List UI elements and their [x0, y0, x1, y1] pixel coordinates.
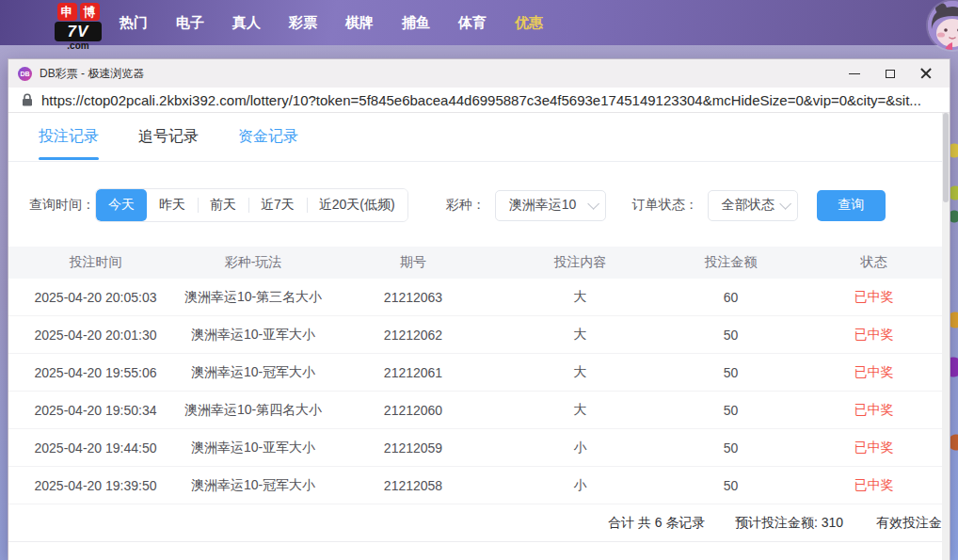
- bet-amount-cell: 50: [658, 365, 804, 380]
- table-row: 2025-04-20 19:39:50澳洲幸运10-冠军大小21212058小5…: [8, 467, 944, 504]
- bet-amount-cell: 50: [658, 328, 804, 343]
- main-nav: 热门电子真人彩票棋牌捕鱼体育优惠: [105, 0, 557, 45]
- issue-number-cell: 21212058: [324, 478, 503, 493]
- nav-item[interactable]: 体育: [444, 14, 501, 32]
- status-cell: 已中奖: [804, 364, 944, 381]
- status-cell: 已中奖: [804, 289, 944, 306]
- order-status-select[interactable]: 全部状态: [708, 190, 798, 221]
- window-title-bar[interactable]: DB DB彩票 - 极速浏览器: [8, 59, 950, 88]
- tab-chase-records[interactable]: 追号记录: [138, 113, 199, 162]
- logo-brand: 7V: [55, 22, 102, 41]
- nav-item[interactable]: 真人: [218, 14, 275, 32]
- nav-item[interactable]: 优惠: [501, 14, 557, 32]
- time-option[interactable]: 近7天: [248, 189, 307, 221]
- tab-bet-records[interactable]: 投注记录: [39, 113, 99, 162]
- issue-number-cell: 21212059: [324, 440, 503, 456]
- lottery-select[interactable]: 澳洲幸运10: [495, 190, 606, 221]
- scrollbar-thumb[interactable]: [943, 113, 949, 202]
- nav-item[interactable]: 彩票: [275, 14, 331, 32]
- bet-amount-cell: 50: [658, 440, 804, 456]
- header-status: 状态: [804, 254, 944, 271]
- bet-time-cell: 2025-04-20 19:55:06: [8, 365, 183, 380]
- logo-suffix: .com: [67, 41, 88, 50]
- time-option[interactable]: 近20天(低频): [307, 189, 407, 221]
- table-row: 2025-04-20 20:01:30澳洲幸运10-亚军大小21212062大5…: [8, 316, 944, 354]
- issue-number-cell: 21212060: [324, 403, 503, 418]
- game-play-cell: 澳洲幸运10-亚军大小: [183, 327, 324, 344]
- status-cell: 已中奖: [804, 477, 944, 494]
- table-row: 2025-04-20 19:50:34澳洲幸运10-第四名大小21212060大…: [8, 392, 944, 429]
- header-bet-amount: 投注金额: [658, 254, 804, 271]
- time-filter-group: 今天昨天前天近7天近20天(低频): [95, 188, 408, 222]
- header-bet-time: 投注时间: [8, 254, 183, 271]
- lock-icon: [22, 93, 33, 106]
- game-play-cell: 澳洲幸运10-第三名大小: [183, 289, 324, 306]
- nav-item[interactable]: 捕鱼: [388, 14, 444, 32]
- window-title: DB彩票 - 极速浏览器: [40, 66, 144, 82]
- issue-number-cell: 21212063: [324, 290, 503, 305]
- bet-time-cell: 2025-04-20 20:01:30: [8, 328, 183, 343]
- browser-favicon: DB: [18, 67, 32, 81]
- summary-expected-amount: 预计投注金额: 310: [735, 515, 843, 532]
- issue-number-cell: 21212061: [324, 365, 503, 380]
- status-filter-label: 订单状态：: [632, 197, 698, 214]
- url-bar[interactable]: https://ctop02pcali.2kbxi392.com/lottery…: [8, 88, 950, 113]
- user-avatar[interactable]: [928, 1, 958, 50]
- bet-amount-cell: 60: [658, 290, 804, 305]
- bet-time-cell: 2025-04-20 19:50:34: [8, 403, 183, 418]
- bet-content-cell: 大: [503, 289, 658, 306]
- minimize-icon: [849, 73, 860, 74]
- url-text: https://ctop02pcali.2kbxi392.com/lottery…: [41, 92, 921, 108]
- summary-record-count: 合计 共 6 条记录: [608, 515, 705, 532]
- bet-content-cell: 小: [503, 440, 658, 456]
- logo-badge-1: 申: [57, 3, 77, 21]
- issue-number-cell: 21212062: [324, 328, 503, 343]
- table-row: 2025-04-20 19:55:06澳洲幸运10-冠军大小21212061大5…: [8, 354, 944, 392]
- time-option[interactable]: 前天: [198, 189, 248, 221]
- game-play-cell: 澳洲幸运10-冠军大小: [183, 364, 324, 381]
- logo-badge-2: 博: [80, 3, 100, 21]
- avatar-illustration: [928, 1, 958, 50]
- table-header-row: 投注时间 彩种-玩法 期号 投注内容 投注金额 状态: [8, 247, 944, 279]
- scrollbar[interactable]: [942, 113, 950, 560]
- window-controls: [837, 59, 944, 88]
- bet-content-cell: 小: [503, 477, 658, 494]
- lottery-select-value: 澳洲幸运10: [509, 197, 577, 214]
- table-body: 2025-04-20 20:05:03澳洲幸运10-第三名大小21212063大…: [8, 279, 944, 504]
- table-row: 2025-04-20 19:44:50澳洲幸运10-亚军大小21212059小5…: [8, 429, 944, 467]
- status-cell: 已中奖: [804, 327, 944, 344]
- table-row: 2025-04-20 20:05:03澳洲幸运10-第三名大小21212063大…: [8, 279, 944, 316]
- desktop: { "colors": { "accent": "#3d9ef5", "dang…: [0, 0, 958, 560]
- status-select-value: 全部状态: [722, 197, 774, 214]
- nav-item[interactable]: 电子: [162, 14, 218, 32]
- site-logo[interactable]: 申 博 7V .com: [52, 3, 104, 50]
- status-cell: 已中奖: [804, 402, 944, 419]
- status-cell: 已中奖: [804, 440, 944, 456]
- nav-item[interactable]: 热门: [105, 14, 162, 32]
- site-header: 申 博 7V .com 热门电子真人彩票棋牌捕鱼体育优惠: [0, 0, 958, 45]
- bet-amount-cell: 50: [658, 403, 804, 418]
- bet-records-table: 投注时间 彩种-玩法 期号 投注内容 投注金额 状态 2025-04-20 20…: [8, 247, 944, 542]
- time-option[interactable]: 今天: [96, 189, 147, 221]
- header-bet-content: 投注内容: [503, 254, 658, 271]
- time-option[interactable]: 昨天: [147, 189, 198, 221]
- tab-fund-records[interactable]: 资金记录: [238, 113, 298, 162]
- summary-valid-amount: 有效投注金额: [876, 515, 944, 532]
- tab-bar: 投注记录 追号记录 资金记录: [8, 113, 950, 162]
- close-button[interactable]: [908, 59, 944, 88]
- filter-row: 查询时间： 今天昨天前天近7天近20天(低频) 彩种： 澳洲幸运10 订单状态：…: [8, 188, 950, 222]
- lottery-filter-label: 彩种：: [446, 197, 486, 214]
- bet-content-cell: 大: [503, 364, 658, 381]
- game-play-cell: 澳洲幸运10-第四名大小: [183, 402, 324, 419]
- maximize-button[interactable]: [872, 59, 908, 88]
- time-filter-label: 查询时间：: [29, 197, 95, 214]
- summary-row: 合计 共 6 条记录 预计投注金额: 310 有效投注金额: [8, 504, 944, 542]
- query-button[interactable]: 查询: [817, 190, 886, 221]
- header-issue-number: 期号: [324, 254, 503, 271]
- chevron-down-icon: [587, 198, 599, 210]
- bet-time-cell: 2025-04-20 20:05:03: [8, 290, 183, 305]
- header-game-play: 彩种-玩法: [183, 254, 324, 271]
- game-play-cell: 澳洲幸运10-冠军大小: [183, 477, 324, 494]
- nav-item[interactable]: 棋牌: [331, 14, 388, 32]
- minimize-button[interactable]: [837, 59, 872, 88]
